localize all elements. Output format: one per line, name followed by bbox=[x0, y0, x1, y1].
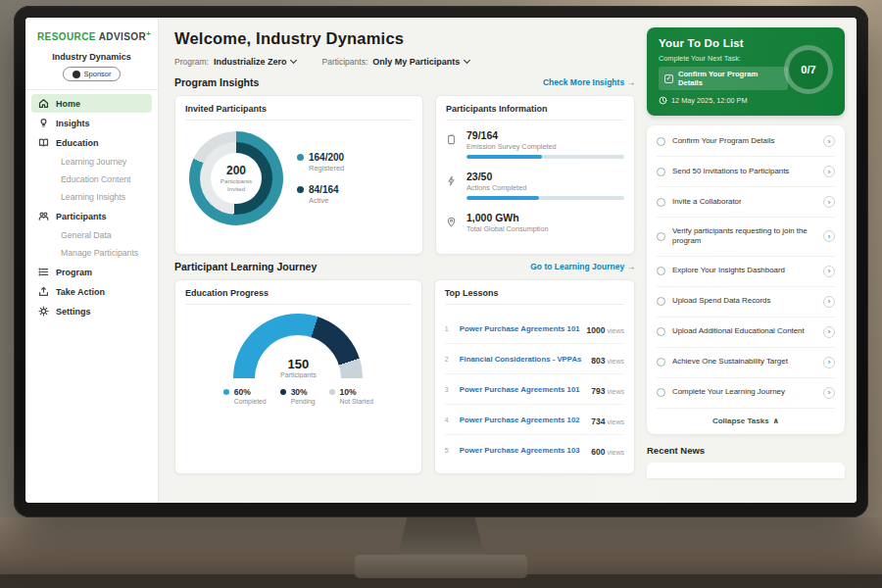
sidebar-item-education[interactable]: Education bbox=[31, 133, 152, 152]
education-progress-gauge-chart: 150 Participants bbox=[233, 314, 363, 378]
sidebar-item-take-action[interactable]: Take Action bbox=[31, 282, 152, 301]
legend-item-pending: 30% Pending bbox=[280, 387, 316, 405]
lesson-link[interactable]: Financial Considerations - VPPAs bbox=[460, 355, 585, 364]
org-name: Industry Dynamics bbox=[25, 52, 158, 62]
sidebar-item-insights[interactable]: Insights bbox=[31, 114, 152, 132]
home-icon bbox=[38, 98, 49, 109]
next-task-chip[interactable]: ✓ Confirm Your Program Details bbox=[659, 67, 788, 90]
sidebar-item-label: Participants bbox=[56, 212, 107, 221]
task-item[interactable]: Achieve One Sustainability Target › bbox=[657, 348, 835, 378]
task-checkbox[interactable] bbox=[657, 198, 665, 207]
task-item[interactable]: Upload Additional Educational Content › bbox=[657, 318, 835, 348]
lesson-rank: 3 bbox=[445, 386, 453, 393]
lesson-rank: 4 bbox=[445, 416, 453, 423]
arrow-right-icon: → bbox=[627, 77, 636, 87]
recent-news-card bbox=[647, 463, 845, 478]
task-checkbox[interactable] bbox=[657, 327, 665, 336]
sidebar-item-label: Learning Journey bbox=[61, 157, 126, 167]
card-title: Education Progress bbox=[185, 288, 412, 305]
chevron-right-icon[interactable]: › bbox=[823, 387, 835, 399]
lesson-link[interactable]: Power Purchase Agreements 101 bbox=[460, 385, 585, 394]
collapse-tasks-button[interactable]: Collapse Tasks∧ bbox=[657, 409, 835, 434]
sidebar-item-learning-journey[interactable]: Learning Journey bbox=[31, 153, 152, 171]
task-checkbox[interactable] bbox=[657, 297, 665, 306]
views-count: 793 bbox=[591, 386, 605, 396]
program-filter[interactable]: Program: Industrialize Zero bbox=[174, 57, 296, 67]
arrow-right-icon: → bbox=[627, 262, 636, 271]
stat-emission-survey: 79/164 Emission Survey Completed bbox=[446, 129, 624, 159]
sidebar-item-general-data[interactable]: General Data bbox=[31, 226, 152, 244]
main-content: Welcome, Industry Dynamics Program: Indu… bbox=[159, 18, 647, 503]
card-title: Top Lessons bbox=[445, 288, 624, 305]
stat-consumption: 1,000 GWh Total Global Consumption bbox=[446, 212, 624, 233]
lesson-rank: 2 bbox=[445, 356, 453, 363]
lesson-views: 1000views bbox=[587, 319, 624, 337]
chevron-right-icon[interactable]: › bbox=[823, 326, 835, 338]
page-title: Welcome, Industry Dynamics bbox=[174, 29, 635, 48]
check-more-insights-link[interactable]: Check More Insights → bbox=[543, 77, 635, 87]
task-item[interactable]: Invite a Collaborator › bbox=[657, 187, 835, 218]
chevron-right-icon[interactable]: › bbox=[823, 357, 835, 368]
task-checkbox[interactable] bbox=[657, 137, 665, 146]
todo-summary-card: Your To Do List Complete Your Next Task:… bbox=[647, 27, 845, 116]
task-item[interactable]: Verify participants requesting to join t… bbox=[657, 218, 835, 257]
chevron-right-icon[interactable]: › bbox=[823, 166, 835, 177]
task-item[interactable]: Send 50 Invitations to Participants › bbox=[657, 157, 835, 187]
donut-legend: 164/200 Registered 84/164 Active bbox=[297, 152, 344, 205]
participants-icon bbox=[38, 211, 49, 221]
go-to-learning-journey-link[interactable]: Go to Learning Journey → bbox=[530, 262, 635, 271]
section-title: Program Insights bbox=[174, 76, 259, 88]
sidebar-divider bbox=[25, 89, 158, 90]
sidebar-item-education-content[interactable]: Education Content bbox=[31, 171, 152, 188]
task-label: Upload Additional Educational Content bbox=[672, 326, 816, 336]
clock-icon bbox=[659, 96, 667, 105]
sponsor-badge[interactable]: Sponsor bbox=[63, 67, 122, 81]
participants-filter[interactable]: Participants: Only My Participants bbox=[321, 57, 469, 67]
sidebar-item-label: Take Action bbox=[56, 287, 105, 297]
lesson-link[interactable]: Power Purchase Agreements 102 bbox=[460, 416, 585, 424]
legend-label: Active bbox=[309, 196, 344, 205]
sidebar-item-learning-insights[interactable]: Learning Insights bbox=[31, 188, 152, 206]
chevron-right-icon[interactable]: › bbox=[823, 135, 835, 147]
lesson-rank: 1 bbox=[445, 325, 453, 332]
sidebar-item-label: Learning Insights bbox=[61, 192, 125, 202]
learning-journey-cards: Education Progress 150 Participants bbox=[174, 279, 635, 474]
chevron-right-icon[interactable]: › bbox=[823, 196, 835, 208]
views-count: 600 bbox=[591, 447, 605, 457]
legend-dot bbox=[297, 186, 304, 193]
task-item[interactable]: Explore Your Insights Dashboard › bbox=[657, 257, 835, 287]
progress-fill bbox=[466, 196, 539, 200]
task-item[interactable]: Confirm Your Program Details › bbox=[657, 126, 835, 157]
sidebar-item-program[interactable]: Program bbox=[31, 263, 152, 281]
lesson-link[interactable]: Power Purchase Agreements 103 bbox=[460, 446, 585, 455]
task-label: Invite a Collaborator bbox=[672, 197, 816, 207]
monitor-screen: RESOURCE ADVISOR+ Industry Dynamics Spon… bbox=[25, 18, 857, 503]
lesson-link[interactable]: Power Purchase Agreements 101 bbox=[460, 324, 580, 333]
chevron-right-icon[interactable]: › bbox=[823, 266, 835, 277]
task-checkbox[interactable] bbox=[657, 358, 665, 367]
sidebar-item-participants[interactable]: Participants bbox=[31, 207, 152, 225]
logo-plus: + bbox=[146, 29, 151, 38]
gauge-center-label: Participants bbox=[233, 371, 363, 378]
views-unit: views bbox=[607, 388, 624, 395]
task-item[interactable]: Upload Spend Data Records › bbox=[657, 287, 835, 318]
task-checkbox[interactable] bbox=[657, 388, 665, 397]
sidebar-item-label: Education bbox=[56, 138, 99, 148]
program-filter-label: Program: bbox=[174, 57, 209, 67]
chevron-right-icon[interactable]: › bbox=[823, 296, 835, 308]
program-insights-cards: Invited Participants 200 Participants In… bbox=[174, 95, 635, 255]
education-progress-card: Education Progress 150 Participants bbox=[174, 279, 422, 474]
chevron-right-icon[interactable]: › bbox=[823, 230, 835, 242]
views-unit: views bbox=[607, 449, 624, 456]
task-item[interactable]: Complete Your Learning Journey › bbox=[657, 378, 835, 409]
lesson-views: 600views bbox=[591, 441, 624, 459]
task-checkbox[interactable] bbox=[657, 232, 665, 241]
sidebar-item-manage-participants[interactable]: Manage Participants bbox=[31, 244, 152, 262]
task-checkbox[interactable] bbox=[657, 267, 665, 275]
sidebar-item-home[interactable]: Home bbox=[31, 94, 152, 113]
todo-progress-ring: 0/7 bbox=[784, 45, 833, 94]
task-checkbox[interactable] bbox=[657, 168, 665, 176]
legend-dot bbox=[297, 154, 304, 161]
sidebar-item-settings[interactable]: Settings bbox=[31, 302, 152, 320]
task-label: Confirm Your Program Details bbox=[672, 136, 816, 146]
